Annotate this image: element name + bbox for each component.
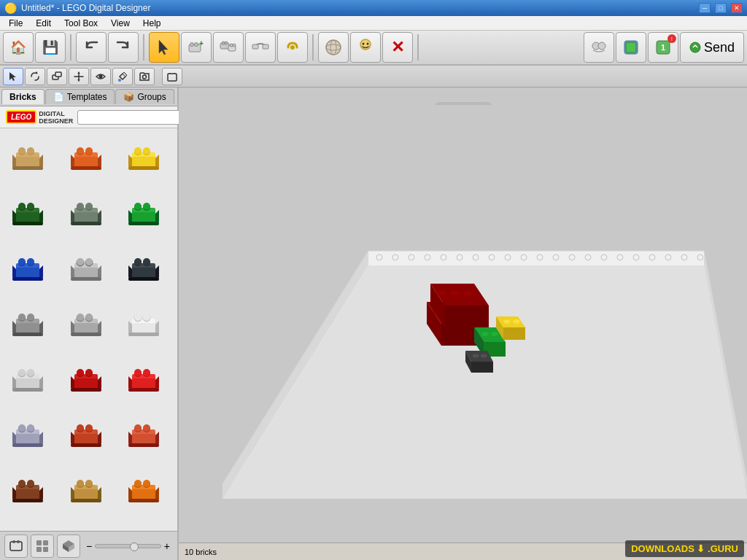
- svg-point-225: [17, 540, 20, 543]
- list-item[interactable]: [3, 298, 55, 350]
- build-guide[interactable]: [616, 32, 646, 63]
- move-tool[interactable]: [69, 68, 89, 85]
- flex-tool[interactable]: [245, 32, 276, 63]
- list-item[interactable]: [61, 408, 114, 461]
- list-item[interactable]: [61, 519, 114, 531]
- delete-button[interactable]: ✕: [382, 32, 413, 63]
- list-item[interactable]: [61, 464, 114, 516]
- fullscreen-tool[interactable]: [162, 68, 182, 85]
- zoom-out-icon[interactable]: −: [86, 540, 92, 552]
- hide-tool[interactable]: [90, 68, 111, 85]
- maximize-button[interactable]: □: [715, 3, 727, 13]
- list-item[interactable]: [119, 131, 171, 184]
- tab-templates[interactable]: 📄 Templates: [45, 89, 115, 104]
- send-button[interactable]: Send: [680, 32, 744, 63]
- undo-button[interactable]: [76, 32, 107, 63]
- list-item[interactable]: [61, 353, 114, 405]
- panel-header: LEGO DIGITAL DESIGNER ◀◀: [0, 106, 177, 128]
- list-item[interactable]: [119, 464, 171, 516]
- list-item[interactable]: [119, 187, 171, 239]
- list-item[interactable]: [3, 242, 55, 295]
- menu-help[interactable]: Help: [137, 17, 167, 30]
- clone-tool[interactable]: [47, 68, 67, 85]
- pointer-tool[interactable]: [149, 32, 179, 63]
- svg-rect-96: [128, 277, 159, 281]
- save-button[interactable]: 💾: [35, 32, 66, 63]
- minimize-button[interactable]: ─: [699, 3, 711, 13]
- brick-count: 10 bricks: [185, 548, 217, 556]
- menu-toolbox[interactable]: Tool Box: [58, 17, 104, 30]
- tab-bricks[interactable]: Bricks: [1, 89, 44, 104]
- view-rotate[interactable]: [318, 32, 349, 63]
- list-item[interactable]: [119, 519, 171, 531]
- list-item[interactable]: [61, 131, 114, 184]
- svg-point-263: [473, 354, 479, 358]
- svg-rect-180: [128, 499, 159, 502]
- svg-point-114: [134, 314, 142, 321]
- close-button[interactable]: ✕: [731, 3, 743, 13]
- face-view[interactable]: [350, 32, 381, 63]
- zoom-thumb[interactable]: [130, 542, 139, 551]
- list-item[interactable]: [3, 187, 55, 239]
- chain-icon[interactable]: [277, 32, 308, 63]
- tab-groups[interactable]: 📦 Groups: [115, 89, 174, 104]
- svg-point-249: [463, 291, 472, 296]
- separator-2: [143, 34, 144, 61]
- view-mode-3[interactable]: [57, 534, 80, 558]
- svg-rect-227: [43, 540, 48, 545]
- svg-point-109: [85, 314, 93, 321]
- svg-point-102: [27, 314, 34, 321]
- list-item[interactable]: [119, 408, 171, 461]
- search-input[interactable]: [77, 110, 185, 125]
- select-tool[interactable]: [3, 68, 23, 85]
- svg-rect-124: [12, 388, 43, 392]
- svg-rect-10: [252, 44, 258, 49]
- list-item[interactable]: [119, 353, 171, 405]
- svg-rect-22: [626, 42, 636, 52]
- building-instructions[interactable]: 1 !: [648, 32, 678, 63]
- list-item[interactable]: [119, 298, 171, 350]
- main-toolbar: 🏠 💾 +: [0, 31, 747, 66]
- bricks-label: Bricks: [9, 92, 36, 102]
- svg-point-177: [134, 480, 142, 487]
- home-button[interactable]: 🏠: [3, 32, 34, 63]
- svg-rect-229: [43, 547, 48, 552]
- list-item[interactable]: [61, 298, 114, 350]
- svg-marker-256: [503, 327, 525, 340]
- camera-tool[interactable]: [134, 68, 155, 85]
- svg-point-149: [77, 424, 84, 432]
- paint-tool[interactable]: [112, 68, 133, 85]
- svg-point-13: [326, 40, 341, 55]
- view-mode-2[interactable]: [31, 534, 54, 558]
- svg-marker-261: [471, 362, 493, 373]
- svg-point-9: [233, 44, 236, 47]
- dd-subtitle: DIGITAL DESIGNER: [39, 110, 73, 125]
- list-item[interactable]: [61, 242, 114, 295]
- hinge-tool[interactable]: [213, 32, 244, 63]
- list-item[interactable]: [119, 242, 171, 295]
- menu-file[interactable]: File: [3, 17, 28, 30]
- zoom-slider[interactable]: [95, 544, 161, 548]
- list-item[interactable]: [3, 519, 55, 531]
- svg-point-30: [143, 75, 147, 79]
- rotate-tool[interactable]: [25, 68, 45, 85]
- list-item[interactable]: [3, 353, 55, 405]
- list-item[interactable]: [3, 131, 55, 184]
- add-brick-button[interactable]: +: [181, 32, 212, 63]
- menu-edit[interactable]: Edit: [30, 17, 57, 30]
- svg-rect-11: [263, 44, 268, 49]
- list-item[interactable]: [3, 408, 55, 461]
- view-mode-1[interactable]: [4, 534, 28, 558]
- list-item[interactable]: [61, 187, 114, 239]
- redo-button[interactable]: [108, 32, 139, 63]
- list-item[interactable]: [3, 464, 55, 516]
- canvas-area[interactable]: ▲: [179, 88, 747, 560]
- community-button[interactable]: [584, 32, 614, 63]
- svg-point-46: [85, 147, 93, 155]
- 3d-viewport[interactable]: [179, 88, 747, 560]
- menu-view[interactable]: View: [105, 17, 136, 30]
- svg-point-128: [77, 369, 84, 376]
- zoom-in-icon[interactable]: +: [164, 540, 170, 552]
- svg-point-60: [27, 203, 34, 210]
- window-title: Untitled* - LEGO Digital Designer: [21, 3, 694, 13]
